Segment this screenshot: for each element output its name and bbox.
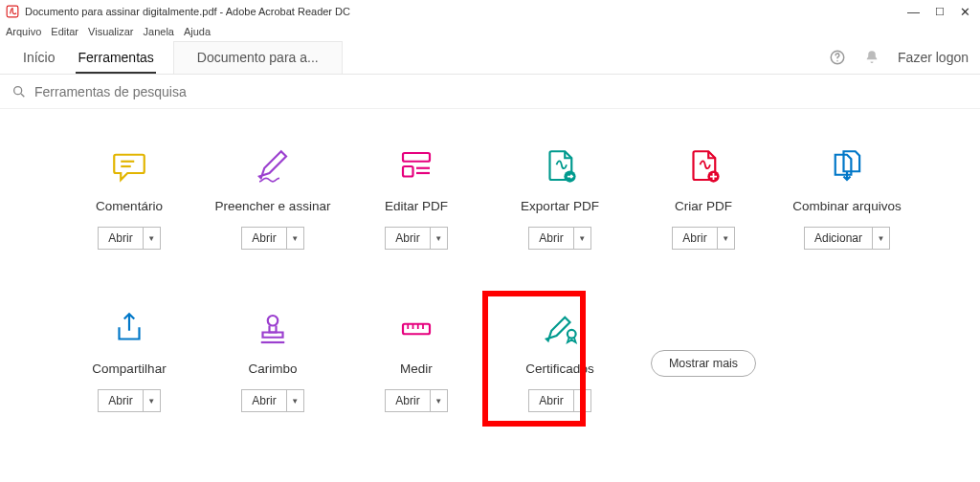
minimize-button[interactable]: — [907, 5, 920, 19]
chevron-down-icon[interactable]: ▼ [430, 390, 447, 411]
search-input[interactable] [34, 84, 969, 99]
tab-inicio[interactable]: Início [11, 41, 66, 74]
tool-label: Combinar arquivos [792, 199, 901, 213]
tool-button[interactable]: Abrir▼ [385, 227, 447, 250]
svg-line-4 [21, 94, 24, 97]
help-icon[interactable] [829, 49, 846, 66]
tool-exportar-pdf[interactable]: Exportar PDF Abrir▼ [488, 143, 632, 306]
searchbar [0, 75, 980, 109]
tool-button[interactable]: Abrir▼ [98, 227, 160, 250]
tool-preencher-assinar[interactable]: Preencher e assinar Abrir▼ [201, 143, 345, 306]
combine-files-icon [827, 146, 867, 186]
certificate-icon [540, 309, 580, 349]
tool-label: Criar PDF [675, 199, 732, 213]
tool-button[interactable]: Abrir▼ [241, 389, 303, 412]
tool-button[interactable]: Abrir▼ [241, 227, 303, 250]
tool-editar-pdf[interactable]: Editar PDF Abrir▼ [345, 143, 488, 306]
close-button[interactable]: ✕ [960, 5, 970, 19]
svg-point-20 [568, 330, 576, 339]
chevron-down-icon[interactable]: ▼ [143, 228, 160, 249]
sign-icon [253, 146, 293, 186]
tool-carimbo[interactable]: Carimbo Abrir▼ [201, 306, 345, 469]
tool-medir[interactable]: Medir Abrir▼ [345, 306, 488, 469]
chevron-down-icon[interactable]: ▼ [573, 228, 590, 249]
tools-panel: Comentário Abrir▼ Preencher e assinar Ab… [0, 109, 980, 469]
menu-editar[interactable]: Editar [51, 26, 78, 37]
share-icon [109, 309, 149, 349]
edit-pdf-icon [396, 146, 436, 186]
tool-label: Editar PDF [385, 199, 448, 213]
export-pdf-icon [540, 146, 580, 186]
svg-rect-15 [403, 324, 430, 335]
svg-point-3 [14, 86, 22, 94]
tool-label: Compartilhar [92, 362, 166, 376]
tool-button[interactable]: Abrir▼ [528, 227, 590, 250]
chevron-down-icon[interactable]: ▼ [872, 228, 889, 249]
tab-documento[interactable]: Documento para a... [173, 41, 343, 74]
tool-criar-pdf[interactable]: Criar PDF Abrir▼ [632, 143, 775, 306]
tool-certificados[interactable]: Certificados Abrir▼ [488, 306, 632, 469]
menubar: Arquivo Editar Visualizar Janela Ajuda [0, 23, 980, 40]
svg-point-13 [268, 316, 278, 326]
comment-icon [109, 146, 149, 186]
menu-arquivo[interactable]: Arquivo [6, 26, 41, 37]
tool-button[interactable]: Abrir▼ [672, 227, 734, 250]
create-pdf-icon [683, 146, 724, 186]
stamp-icon [253, 309, 293, 349]
svg-point-2 [836, 60, 838, 62]
search-icon [11, 84, 27, 99]
chevron-down-icon[interactable]: ▼ [286, 390, 303, 411]
menu-ajuda[interactable]: Ajuda [184, 26, 211, 37]
tool-label: Preencher e assinar [215, 199, 331, 213]
chevron-down-icon[interactable]: ▼ [573, 390, 590, 411]
window-controls: — ☐ ✕ [907, 5, 970, 19]
tool-button[interactable]: Abrir▼ [385, 389, 447, 412]
tool-label: Comentário [96, 199, 163, 213]
show-more-button[interactable]: Mostrar mais [651, 350, 756, 377]
bell-icon[interactable] [863, 49, 880, 66]
chevron-down-icon[interactable]: ▼ [430, 228, 447, 249]
tool-label: Carimbo [248, 362, 297, 376]
chevron-down-icon[interactable]: ▼ [143, 390, 160, 411]
svg-rect-8 [403, 166, 413, 177]
show-more-cell: Mostrar mais [632, 306, 775, 469]
chevron-down-icon[interactable]: ▼ [717, 228, 734, 249]
tool-button[interactable]: Adicionar▼ [804, 227, 890, 250]
chevron-down-icon[interactable]: ▼ [286, 228, 303, 249]
maximize-button[interactable]: ☐ [935, 6, 945, 18]
menu-janela[interactable]: Janela [144, 26, 174, 37]
tool-compartilhar[interactable]: Compartilhar Abrir▼ [57, 306, 201, 469]
tab-ferramentas[interactable]: Ferramentas [66, 41, 165, 74]
tool-button[interactable]: Abrir▼ [528, 389, 590, 412]
tool-label: Exportar PDF [521, 199, 599, 213]
tool-combinar-arquivos[interactable]: Combinar arquivos Adicionar▼ [775, 143, 919, 306]
tool-label: Certificados [525, 362, 593, 376]
svg-rect-7 [403, 153, 430, 162]
measure-icon [396, 309, 436, 349]
tool-comentario[interactable]: Comentário Abrir▼ [57, 143, 201, 306]
adobe-acrobat-icon [6, 5, 19, 18]
tool-label: Medir [400, 362, 433, 376]
login-link[interactable]: Fazer logon [898, 50, 969, 65]
tabstrip: Início Ferramentas Documento para a... F… [0, 40, 980, 75]
menu-visualizar[interactable]: Visualizar [88, 26, 134, 37]
window-titlebar: Documento para assinar digitalmente.pdf … [0, 0, 980, 23]
window-title: Documento para assinar digitalmente.pdf … [25, 6, 350, 17]
tool-button[interactable]: Abrir▼ [98, 389, 160, 412]
